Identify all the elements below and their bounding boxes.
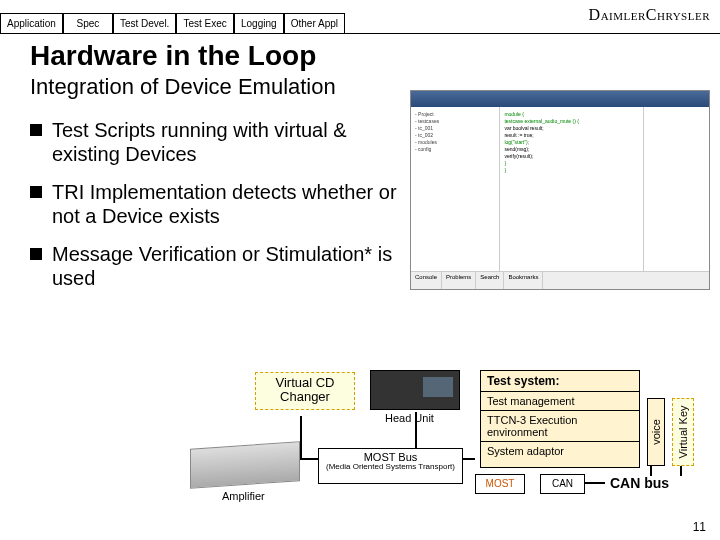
bullet-icon xyxy=(30,124,42,136)
virtual-key-box: Virtual Key xyxy=(672,398,694,466)
nav-tabs: Application Spec Test Devel. Test Exec L… xyxy=(0,13,415,34)
ide-screenshot: - Project - testcases - tc_001 - tc_002 … xyxy=(410,90,710,290)
can-bus-label: CAN bus xyxy=(610,475,669,491)
bullet-icon xyxy=(30,186,42,198)
can-box: CAN xyxy=(540,474,585,494)
ide-tree: - Project - testcases - tc_001 - tc_002 … xyxy=(411,107,500,271)
most-bus-box: MOST Bus (Media Oriented Systems Transpo… xyxy=(318,448,463,484)
virtual-cd-changer-box: Virtual CD Changer xyxy=(255,372,355,410)
head-unit-image xyxy=(370,370,460,410)
bullet-text: Message Verification or Stimulation* is … xyxy=(52,242,402,290)
tab-test-devel[interactable]: Test Devel. xyxy=(113,13,176,33)
head-unit-label: Head Unit xyxy=(385,412,434,424)
tab-other-appl[interactable]: Other Appl xyxy=(284,13,345,33)
tab-logging[interactable]: Logging xyxy=(234,13,284,33)
amplifier-image xyxy=(190,441,300,489)
brand-logo: DaimlerChrysler xyxy=(589,6,710,24)
bullet-icon xyxy=(30,248,42,260)
test-system-box: Test system: Test management TTCN-3 Exec… xyxy=(480,370,640,468)
bullet-text: TRI Implementation detects whether or no… xyxy=(52,180,402,228)
tab-spec[interactable]: Spec xyxy=(63,13,113,33)
tab-application[interactable]: Application xyxy=(0,13,63,33)
page-number: 11 xyxy=(693,520,706,534)
most-box: MOST xyxy=(475,474,525,494)
tab-test-exec[interactable]: Test Exec xyxy=(176,13,233,33)
voice-box: voice xyxy=(647,398,665,466)
ide-editor: module { testcase external_audio_mute ()… xyxy=(500,107,643,271)
page-title: Hardware in the Loop xyxy=(0,34,720,72)
architecture-diagram: Virtual CD Changer Head Unit Test system… xyxy=(110,370,710,510)
bullet-text: Test Scripts running with virtual & exis… xyxy=(52,118,402,166)
amplifier-label: Amplifier xyxy=(222,490,265,502)
